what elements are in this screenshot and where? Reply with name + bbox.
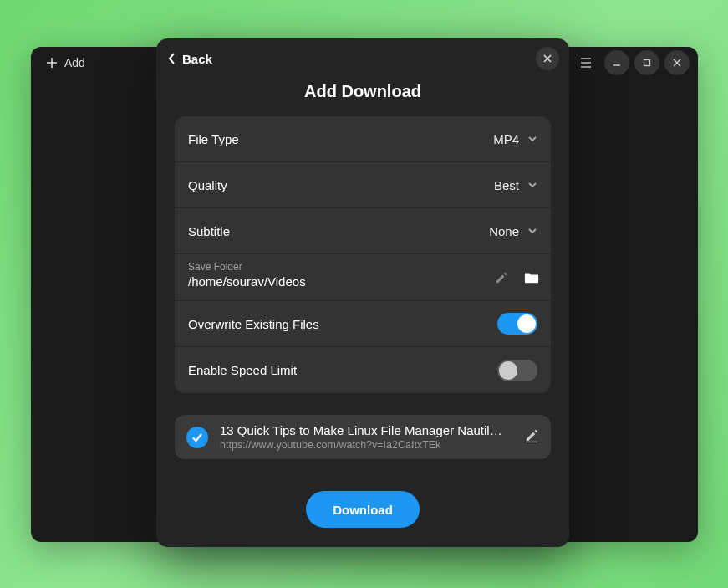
subtitle-row[interactable]: Subtitle None (175, 208, 551, 254)
download-item-card: 13 Quick Tips to Make Linux File Manager… (175, 415, 551, 459)
pencil-icon (525, 428, 539, 442)
hamburger-icon (580, 58, 592, 68)
item-url: https://www.youtube.com/watch?v=Ia2CaItx… (220, 439, 513, 451)
minimize-icon (613, 59, 621, 67)
overwrite-label: Overwrite Existing Files (188, 317, 319, 331)
add-download-modal: Back Add Download File Type MP4 Quality … (156, 38, 569, 547)
save-folder-path: /home/sourav/Videos (188, 274, 537, 289)
chevron-down-icon (527, 134, 537, 144)
modal-header: Back (156, 38, 569, 79)
toggle-knob (499, 361, 517, 380)
close-modal-button[interactable] (536, 47, 559, 70)
quality-row[interactable]: Quality Best (175, 162, 551, 208)
window-controls (573, 50, 690, 75)
subtitle-value-wrap: None (489, 224, 537, 238)
back-label: Back (182, 52, 212, 66)
minimize-button[interactable] (604, 50, 629, 75)
file-type-row[interactable]: File Type MP4 (175, 116, 551, 162)
overwrite-toggle[interactable] (497, 313, 537, 335)
overwrite-row: Overwrite Existing Files (175, 301, 551, 347)
maximize-icon (643, 59, 651, 67)
download-button[interactable]: Download (306, 491, 420, 528)
close-icon (543, 54, 552, 63)
back-button[interactable]: Back (168, 52, 212, 66)
svg-rect-0 (644, 60, 650, 66)
item-text: 13 Quick Tips to Make Linux File Manager… (220, 423, 513, 451)
download-label: Download (333, 503, 393, 517)
item-title: 13 Quick Tips to Make Linux File Manager… (220, 423, 513, 437)
close-icon (673, 59, 681, 67)
quality-value: Best (494, 178, 519, 192)
save-folder-label: Save Folder (188, 261, 537, 273)
edit-item-button[interactable] (525, 428, 539, 446)
browse-folder-button[interactable] (524, 271, 539, 284)
quality-label: Quality (188, 178, 227, 192)
toggle-knob (517, 314, 536, 333)
subtitle-label: Subtitle (188, 224, 230, 238)
maximize-button[interactable] (634, 50, 659, 75)
speed-limit-row: Enable Speed Limit (175, 347, 551, 393)
chevron-down-icon (527, 180, 537, 190)
svg-rect-1 (526, 442, 537, 442)
file-type-value-wrap: MP4 (493, 132, 537, 146)
file-type-label: File Type (188, 132, 239, 146)
quality-value-wrap: Best (494, 178, 537, 192)
chevron-down-icon (527, 226, 537, 236)
item-selected-checkbox[interactable] (186, 427, 208, 448)
options-panel: File Type MP4 Quality Best Subtitle None… (175, 116, 551, 393)
speed-limit-toggle[interactable] (497, 360, 537, 381)
close-window-button[interactable] (664, 50, 690, 75)
save-folder-row: Save Folder /home/sourav/Videos (175, 254, 551, 301)
edit-path-button[interactable] (494, 271, 509, 284)
modal-title: Add Download (156, 82, 569, 101)
plus-icon (46, 57, 58, 69)
add-label: Add (64, 56, 85, 69)
chevron-left-icon (168, 53, 176, 64)
hamburger-menu-button[interactable] (573, 51, 599, 74)
file-type-value: MP4 (493, 132, 519, 146)
folder-icon (524, 271, 539, 284)
check-icon (191, 432, 203, 443)
add-button[interactable]: Add (39, 53, 92, 73)
subtitle-value: None (489, 224, 519, 238)
speed-limit-label: Enable Speed Limit (188, 363, 297, 377)
pencil-icon (494, 271, 509, 284)
